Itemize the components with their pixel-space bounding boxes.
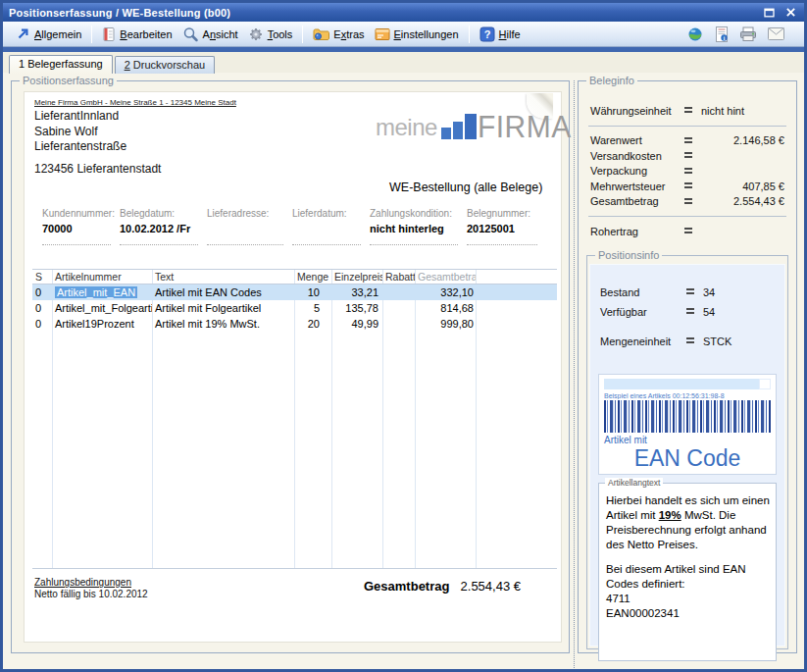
table-header-row: S Artikelnummer Text Menge Einzelpreis R… <box>32 270 557 284</box>
equals-icon <box>684 168 701 175</box>
main-content: Positionserfassung Meine Firma GmbH - Me… <box>3 73 804 672</box>
artikellangtext-group[interactable]: Artikellangtext Hierbei handelt es sich … <box>598 483 777 661</box>
beleginfo-row-rohertrag: Rohertrag <box>586 224 788 239</box>
divider <box>588 126 786 127</box>
positionsinfo-row-bestand: Bestand 34 <box>598 283 777 302</box>
artikellangtext-text: Hierbei handelt es sich um einen Artikel… <box>606 493 771 621</box>
barcode-card-header <box>604 379 771 389</box>
close-window-button[interactable] <box>782 6 798 19</box>
restore-icon <box>763 7 776 19</box>
titlebar: Positionserfassung / WE-Bestellung (b00) <box>3 3 804 22</box>
col-header-rabatt: Rabatt. <box>382 270 415 284</box>
positions-table: S Artikelnummer Text Menge Einzelpreis R… <box>32 269 557 569</box>
selected-cell: Artikel_mit_EAN <box>55 286 137 298</box>
svg-text:?: ? <box>483 28 490 40</box>
field-kundennummer[interactable]: Kundennummer: 70000 <box>42 208 111 245</box>
col-header-menge: Menge <box>294 270 331 284</box>
folder-icon <box>313 27 329 41</box>
ean-barcode-preview: Beispiel eines Artikels 00:12:56:31:98-8… <box>598 374 777 475</box>
group-title: Positionserfassung <box>20 75 117 86</box>
terms-note: Netto fällig bis 10.02.2012 <box>34 589 148 599</box>
recipient-city: 123456 Lieferantenstadt <box>34 162 161 176</box>
zahlungsbedingungen-link[interactable]: Zahlungsbedingungen <box>34 577 131 588</box>
settings-icon <box>375 27 390 41</box>
col-header-gesamtbetrag: Gesamtbetrag <box>415 270 476 284</box>
equals-icon <box>684 107 701 114</box>
beleginfo-group: Beleginfo Währungseinheit nicht hint War… <box>578 80 797 653</box>
positionsinfo-panel: Bestand 34 Verfügbar 54 Mengeneinheit ST… <box>589 264 785 646</box>
tab-bar: 1 Belegerfassung 2 Druckvorschau <box>3 52 804 73</box>
recipient-line: LieferantInnland <box>34 109 126 125</box>
app-window: Positionserfassung / WE-Bestellung (b00)… <box>0 0 807 672</box>
arrow-ne-icon <box>16 26 30 41</box>
menu-separator <box>91 26 92 43</box>
document-fields: Kundennummer: 70000 Belegdatum: 10.02.20… <box>42 208 537 245</box>
barcode-label-big: EAN Code <box>604 446 771 471</box>
restore-window-button[interactable] <box>761 6 777 19</box>
col-header-text: Text <box>152 270 294 284</box>
menu-bearbeiten[interactable]: Bearbeiten <box>97 25 177 44</box>
group-title: Positionsinfo <box>595 249 662 261</box>
help-icon: ? <box>479 26 495 42</box>
divider <box>588 216 786 217</box>
tab-druckvorschau[interactable]: 2 Druckvorschau <box>115 56 216 74</box>
document-info-icon[interactable]: i <box>715 26 729 42</box>
table-row[interactable]: 0 Artikel19Prozent Artikel mit 19% MwSt.… <box>32 316 557 332</box>
equals-icon <box>686 308 703 315</box>
panel-separator <box>574 80 575 670</box>
sender-line: Meine Firma GmbH - Meine Straße 1 - 1234… <box>34 98 236 107</box>
menu-tools[interactable]: Tools <box>243 25 298 44</box>
field-lieferadresse[interactable]: Lieferadresse: <box>207 208 283 245</box>
equals-icon <box>684 137 701 144</box>
table-row[interactable]: 0 Artikel_mit_Folgeartikel Artikel mit F… <box>32 300 557 316</box>
logo-word-left: meine <box>376 115 437 140</box>
table-row[interactable]: 0 Artikel_mit_EAN Artikel mit EAN Codes … <box>32 284 557 300</box>
menu-einstellungen[interactable]: Einstellungen <box>370 26 464 43</box>
document-title: WE-Bestellung (alle Belege) <box>389 181 542 194</box>
menu-separator <box>469 26 470 43</box>
col-header-einzelpreis: Einzelpreis <box>331 270 382 284</box>
positionsinfo-row-mengeneinheit: Mengeneinheit STCK <box>598 332 777 351</box>
menu-ansicht[interactable]: Ansicht <box>177 25 243 44</box>
col-header-s: S <box>32 270 52 284</box>
menubar: Allgemein Bearbeiten Ansicht Tools Extra… <box>3 22 804 47</box>
equals-icon <box>686 337 703 344</box>
magnifier-icon <box>182 26 199 42</box>
total-value: 2.554,43 € <box>461 579 521 594</box>
group-title: Beleginfo <box>586 75 637 86</box>
field-belegdatum[interactable]: Belegdatum: 10.02.2012 /Fr <box>120 208 198 245</box>
printer-icon[interactable] <box>739 26 757 42</box>
equals-icon <box>684 152 701 159</box>
document-page: Meine Firma GmbH - Meine Straße 1 - 1234… <box>24 91 562 643</box>
field-belegnummer[interactable]: Belegnummer: 20125001 <box>467 208 537 245</box>
field-zahlungskondition[interactable]: Zahlungskondition: nicht hinterleg <box>370 208 458 245</box>
beleginfo-row-waehrungseinheit: Währungseinheit nicht hint <box>586 103 788 119</box>
field-lieferdatum[interactable]: Lieferdatum: <box>292 208 361 245</box>
beleginfo-row-verpackung: Verpackung <box>586 164 788 180</box>
window-title: Positionserfassung / WE-Bestellung (b00) <box>9 7 230 19</box>
menu-separator <box>302 26 303 43</box>
beleginfo-row-gesamtbetrag: Gesamtbetrag 2.554,43 € <box>586 194 788 210</box>
equals-icon <box>684 228 701 234</box>
barcode-caption: Beispiel eines Artikels 00:12:56:31:98-8 <box>604 392 771 399</box>
equals-icon <box>684 198 701 205</box>
edit-icon <box>102 26 116 42</box>
logo-bars-icon <box>441 114 477 139</box>
mail-icon[interactable] <box>768 27 784 40</box>
positionsinfo-row-verfuegbar: Verfügbar 54 <box>598 302 777 322</box>
globe-icon[interactable] <box>686 26 704 42</box>
menu-extras[interactable]: Extras <box>308 26 369 43</box>
recipient-line: Sabine Wolf <box>34 125 126 140</box>
recipient-line: Lieferantenstraße <box>34 139 126 155</box>
menu-hilfe[interactable]: ? Hilfe <box>475 25 526 44</box>
beleginfo-row-warenwert: Warenwert 2.146,58 € <box>586 133 788 149</box>
logo-word-right: FIRMA <box>478 113 572 140</box>
barcode-icon <box>604 400 771 433</box>
col-header-artikelnummer: Artikelnummer <box>52 270 152 284</box>
gear-icon <box>248 26 264 42</box>
positionserfassung-group: Positionserfassung Meine Firma GmbH - Me… <box>11 80 570 653</box>
menu-allgemein[interactable]: Allgemein <box>11 25 86 43</box>
tab-belegerfassung[interactable]: 1 Belegerfassung <box>9 55 113 74</box>
beleginfo-row-mehrwertsteuer: Mehrwertsteuer 407,85 € <box>586 179 788 194</box>
barcode-label-small: Artikel mit <box>604 435 771 445</box>
